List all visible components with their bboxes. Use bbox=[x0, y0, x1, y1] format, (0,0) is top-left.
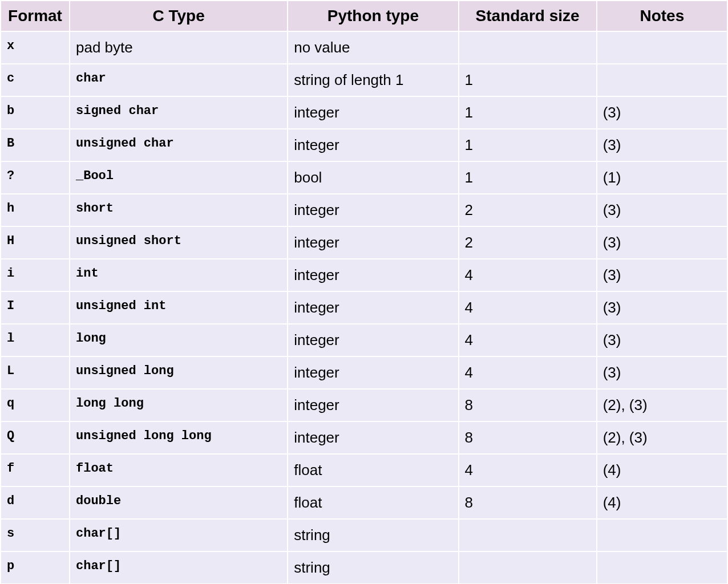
table-row: Iunsigned intinteger4(3) bbox=[1, 291, 727, 324]
table-row: llonginteger4(3) bbox=[1, 324, 727, 356]
cell-format: L bbox=[1, 356, 70, 389]
cell-format: B bbox=[1, 129, 70, 161]
cell-size: 1 bbox=[459, 129, 597, 161]
cell-notes: (4) bbox=[597, 454, 727, 486]
table-row: Bunsigned charinteger1(3) bbox=[1, 129, 727, 161]
cell-pytype: float bbox=[288, 454, 458, 486]
cell-pytype: integer bbox=[288, 259, 458, 291]
cell-format: s bbox=[1, 519, 70, 551]
cell-pytype: bool bbox=[288, 161, 458, 194]
table-row: xpad byteno value bbox=[1, 31, 727, 64]
cell-notes bbox=[597, 64, 727, 96]
struct-format-table: Format C Type Python type Standard size … bbox=[0, 0, 728, 584]
cell-size: 4 bbox=[459, 259, 597, 291]
cell-ctype: float bbox=[70, 454, 288, 486]
cell-notes: (3) bbox=[597, 324, 727, 356]
table-row: ccharstring of length 11 bbox=[1, 64, 727, 96]
cell-size bbox=[459, 31, 597, 64]
table-row: bsigned charinteger1(3) bbox=[1, 96, 727, 129]
cell-ctype: char[] bbox=[70, 519, 288, 551]
cell-format: q bbox=[1, 389, 70, 421]
cell-format: p bbox=[1, 551, 70, 584]
cell-size: 2 bbox=[459, 226, 597, 259]
cell-notes: (3) bbox=[597, 291, 727, 324]
cell-notes: (3) bbox=[597, 194, 727, 226]
cell-size: 2 bbox=[459, 194, 597, 226]
cell-pytype: integer bbox=[288, 291, 458, 324]
cell-pytype: string bbox=[288, 519, 458, 551]
cell-ctype: char[] bbox=[70, 551, 288, 584]
cell-notes bbox=[597, 551, 727, 584]
cell-notes: (4) bbox=[597, 486, 727, 519]
table-row: pchar[]string bbox=[1, 551, 727, 584]
cell-ctype: unsigned short bbox=[70, 226, 288, 259]
cell-pytype: integer bbox=[288, 421, 458, 454]
header-notes: Notes bbox=[597, 1, 727, 31]
cell-notes: (2), (3) bbox=[597, 389, 727, 421]
cell-size bbox=[459, 519, 597, 551]
cell-notes bbox=[597, 519, 727, 551]
cell-pytype: integer bbox=[288, 129, 458, 161]
cell-ctype: long long bbox=[70, 389, 288, 421]
cell-format: h bbox=[1, 194, 70, 226]
cell-pytype: float bbox=[288, 486, 458, 519]
cell-format: l bbox=[1, 324, 70, 356]
cell-format: x bbox=[1, 31, 70, 64]
cell-size bbox=[459, 551, 597, 584]
cell-size: 4 bbox=[459, 291, 597, 324]
cell-notes: (2), (3) bbox=[597, 421, 727, 454]
cell-format: H bbox=[1, 226, 70, 259]
cell-notes: (3) bbox=[597, 129, 727, 161]
cell-ctype: unsigned long bbox=[70, 356, 288, 389]
cell-pytype: integer bbox=[288, 96, 458, 129]
cell-format: f bbox=[1, 454, 70, 486]
cell-ctype: unsigned char bbox=[70, 129, 288, 161]
table-row: qlong longinteger8(2), (3) bbox=[1, 389, 727, 421]
cell-ctype: int bbox=[70, 259, 288, 291]
cell-pytype: no value bbox=[288, 31, 458, 64]
cell-format: Q bbox=[1, 421, 70, 454]
cell-size: 1 bbox=[459, 64, 597, 96]
cell-pytype: integer bbox=[288, 194, 458, 226]
cell-ctype: unsigned long long bbox=[70, 421, 288, 454]
table-row: Lunsigned longinteger4(3) bbox=[1, 356, 727, 389]
table-row: Qunsigned long longinteger8(2), (3) bbox=[1, 421, 727, 454]
header-size: Standard size bbox=[459, 1, 597, 31]
cell-format: i bbox=[1, 259, 70, 291]
table-row: ddoublefloat8(4) bbox=[1, 486, 727, 519]
cell-notes: (3) bbox=[597, 259, 727, 291]
cell-pytype: integer bbox=[288, 226, 458, 259]
table-row: ?_Boolbool1(1) bbox=[1, 161, 727, 194]
cell-ctype: _Bool bbox=[70, 161, 288, 194]
cell-format: ? bbox=[1, 161, 70, 194]
cell-size: 4 bbox=[459, 356, 597, 389]
cell-format: d bbox=[1, 486, 70, 519]
cell-pytype: string of length 1 bbox=[288, 64, 458, 96]
cell-notes: (3) bbox=[597, 356, 727, 389]
cell-size: 1 bbox=[459, 96, 597, 129]
cell-ctype: double bbox=[70, 486, 288, 519]
cell-notes: (3) bbox=[597, 96, 727, 129]
cell-pytype: integer bbox=[288, 389, 458, 421]
cell-pytype: integer bbox=[288, 324, 458, 356]
cell-size: 4 bbox=[459, 324, 597, 356]
cell-notes: (3) bbox=[597, 226, 727, 259]
cell-size: 1 bbox=[459, 161, 597, 194]
header-ctype: C Type bbox=[70, 1, 288, 31]
table-row: schar[]string bbox=[1, 519, 727, 551]
header-format: Format bbox=[1, 1, 70, 31]
cell-ctype: char bbox=[70, 64, 288, 96]
cell-size: 8 bbox=[459, 389, 597, 421]
cell-ctype: long bbox=[70, 324, 288, 356]
header-pytype: Python type bbox=[288, 1, 458, 31]
cell-size: 8 bbox=[459, 486, 597, 519]
table-row: iintinteger4(3) bbox=[1, 259, 727, 291]
cell-notes: (1) bbox=[597, 161, 727, 194]
cell-size: 4 bbox=[459, 454, 597, 486]
cell-format: b bbox=[1, 96, 70, 129]
cell-format: I bbox=[1, 291, 70, 324]
cell-ctype: unsigned int bbox=[70, 291, 288, 324]
cell-ctype: pad byte bbox=[70, 31, 288, 64]
cell-notes bbox=[597, 31, 727, 64]
table-row: hshortinteger2(3) bbox=[1, 194, 727, 226]
